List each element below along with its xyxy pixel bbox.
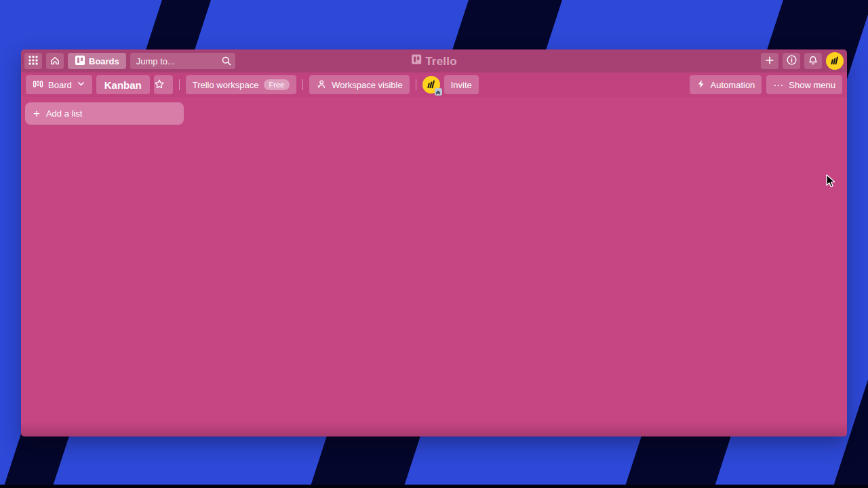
plus-icon: + (33, 108, 40, 119)
create-button[interactable] (761, 53, 778, 69)
workspace-name: Trello workspace (193, 80, 259, 90)
show-menu-label: Show menu (789, 80, 835, 90)
miro-logo-icon (829, 55, 840, 68)
search-input[interactable] (130, 53, 235, 69)
jump-to-search (130, 53, 235, 69)
divider (416, 79, 416, 90)
board-name: Kanban (104, 79, 142, 91)
info-button[interactable] (783, 53, 800, 69)
divider (302, 79, 303, 90)
apps-grid-icon (28, 55, 39, 68)
ellipsis-icon: ⋯ (773, 80, 784, 90)
info-icon (786, 54, 797, 68)
star-icon (154, 79, 165, 92)
user-avatar[interactable] (826, 52, 844, 70)
invite-label: Invite (451, 80, 472, 90)
add-list-button[interactable]: + Add a list (25, 102, 184, 125)
automation-button[interactable]: Automation (690, 75, 762, 94)
trello-logo-icon (411, 54, 422, 68)
board-view-icon (33, 79, 43, 92)
star-board-button[interactable] (154, 75, 173, 94)
show-menu-button[interactable]: ⋯ Show menu (766, 75, 842, 94)
top-nav-right (761, 52, 844, 70)
visibility-button[interactable]: Workspace visible (309, 75, 410, 94)
divider (179, 79, 180, 90)
top-nav-bar: Boards Trello (21, 49, 847, 73)
person-icon (316, 79, 327, 92)
chevron-down-icon (77, 79, 85, 90)
add-list-label: Add a list (46, 108, 82, 119)
notifications-button[interactable] (804, 53, 822, 69)
board-header-right: Automation ⋯ Show menu (690, 75, 842, 94)
background-bottom-edge (0, 485, 868, 488)
plus-icon (764, 55, 775, 68)
automation-label: Automation (711, 80, 755, 90)
trello-logo-text: Trello (425, 54, 457, 68)
visibility-label: Workspace visible (332, 80, 403, 90)
boards-button[interactable]: Boards (68, 53, 126, 69)
workspace-button[interactable]: Trello workspace Free (186, 75, 296, 94)
home-button[interactable] (46, 53, 64, 69)
member-avatar[interactable] (422, 76, 440, 94)
invite-button[interactable]: Invite (444, 75, 479, 94)
board-canvas: + Add a list (21, 97, 847, 436)
board-name-button[interactable]: Kanban (96, 75, 150, 94)
board-glyph-icon (75, 55, 85, 68)
trello-window: Boards Trello (21, 49, 847, 436)
admin-badge-icon (435, 88, 442, 96)
lightning-icon (696, 79, 706, 91)
app-switcher-button[interactable] (24, 53, 42, 69)
plan-badge: Free (264, 79, 290, 90)
board-header-bar: Board Kanban Trello workspace Free (21, 73, 847, 97)
board-view-label: Board (48, 80, 72, 90)
bell-icon (808, 55, 818, 68)
boards-button-label: Boards (89, 56, 119, 66)
home-icon (50, 55, 60, 68)
board-view-switcher[interactable]: Board (26, 75, 92, 94)
trello-logo: Trello (411, 54, 457, 68)
